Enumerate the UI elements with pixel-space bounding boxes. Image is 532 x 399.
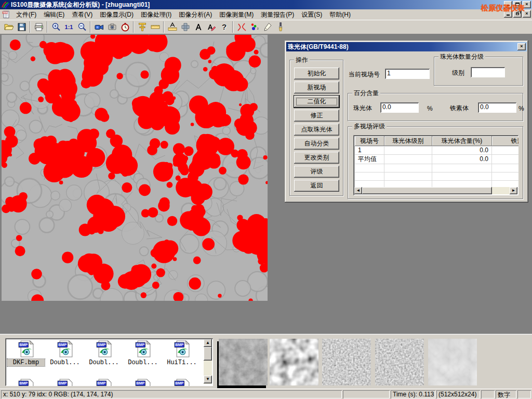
bmp-file-icon: BMP [57,379,74,386]
file-item-partial[interactable]: BMP [163,379,201,386]
actual-size-button[interactable]: 1:1 [62,21,75,33]
col-field-no[interactable]: 视场号 [355,136,384,146]
table-hscrollbar[interactable]: ◄ ► [354,187,517,194]
new-field-button[interactable]: 新视场 [294,82,339,94]
menu-image-processing[interactable]: 图像处理(I) [137,9,175,20]
cell-ferrite[interactable] [492,146,519,154]
file-name[interactable]: Doubl... [46,359,84,366]
menu-help[interactable]: 帮助(H) [326,9,354,20]
cell-pct[interactable]: 0.0 [432,154,492,164]
current-view-input[interactable]: 1 [385,69,430,79]
mdi-close-button[interactable]: × [523,10,531,18]
micrograph-image[interactable] [2,35,268,301]
cell-ferrite[interactable] [492,154,519,164]
caliper-button[interactable] [136,21,149,33]
pen-tool-button[interactable] [261,21,274,33]
vscroll-thumb[interactable] [204,347,212,361]
cell-grade[interactable] [384,154,432,164]
return-button[interactable]: 返回 [294,180,339,192]
scroll-right-icon[interactable]: ► [510,187,517,194]
maximize-button[interactable] [513,1,522,8]
file-list-vscrollbar[interactable]: ▲ ▼ [204,339,212,384]
cell-pct[interactable]: 0.0 [432,146,492,154]
col-ferrite[interactable]: 铁素体 [492,136,519,146]
correct-button[interactable]: 修正 [294,110,339,122]
file-name[interactable]: Doubl... [124,359,162,366]
scroll-up-icon[interactable]: ▲ [204,339,212,347]
minimize-button[interactable] [504,1,512,8]
save-button[interactable] [15,21,28,33]
menu-measure-report[interactable]: 测量报告(P) [257,9,298,20]
table-row[interactable]: 1 0.0 [355,146,519,154]
print-button[interactable] [32,21,45,33]
cell-grade[interactable] [384,146,432,154]
svg-text:BMP: BMP [136,381,144,385]
thumbnail-5[interactable] [428,339,477,385]
file-item-partial[interactable]: BMP [7,379,45,386]
curve-tool-button[interactable] [235,21,248,33]
ruler-button[interactable] [149,21,162,33]
file-item-partial[interactable]: BMP [85,379,123,386]
zoom-out-button[interactable] [75,21,88,33]
pick-pearlite-button[interactable]: 点取珠光体 [294,124,339,136]
annotate-tool-button[interactable] [205,21,218,33]
file-name[interactable]: DKF.bmp [7,359,45,366]
binarize-button[interactable]: 二值化 [294,96,339,108]
file-item-partial[interactable]: BMP [46,379,84,386]
thumbnail-2[interactable] [270,339,318,385]
thumbnail-4[interactable] [375,339,424,385]
vscroll-track[interactable] [204,361,212,376]
classify-tool-button[interactable]: 3 [248,21,261,33]
file-name[interactable]: HuiTi... [163,359,201,366]
table-row[interactable]: 平均值 0.0 [355,154,519,164]
file-item[interactable]: BMP Doubl... [85,340,123,366]
initialize-button[interactable]: 初始化 [294,68,339,79]
file-name[interactable]: Doubl... [85,359,123,366]
thumbnail-image [270,339,318,385]
menu-image-analysis[interactable]: 图像分析(A) [175,9,216,20]
mdi-restore-button[interactable] [513,10,522,18]
cell-field-no[interactable]: 1 [355,146,384,154]
menu-image-display[interactable]: 图像显示(D) [96,9,137,20]
snapshot-button[interactable] [105,21,118,33]
text-tool-button[interactable] [192,21,205,33]
menu-image-measure[interactable]: 图像测量(M) [216,9,257,20]
timer-button[interactable] [118,21,131,33]
change-class-button[interactable]: 更改类别 [294,152,339,164]
cell-field-no[interactable]: 平均值 [355,154,384,164]
zoom-in-button[interactable] [49,21,62,33]
thumbnail-1[interactable] [219,339,268,385]
menu-file[interactable]: 文件(F) [12,9,40,20]
menu-edit[interactable]: 编辑(E) [40,9,68,20]
hscroll-track[interactable] [492,187,510,194]
scroll-left-icon[interactable]: ◄ [354,187,362,194]
grade-input[interactable] [471,67,505,77]
menu-settings[interactable]: 设置(S) [298,9,326,20]
dialog-title-bar[interactable]: 珠光体(GB/T9441-88) × [286,42,527,51]
video-capture-button[interactable] [92,21,105,33]
brush-tool-button[interactable] [274,21,287,33]
measure-text-button[interactable] [166,21,179,33]
menu-view[interactable]: 查看(V) [68,9,96,20]
close-button[interactable]: × [523,1,531,8]
measure-grid-button[interactable] [179,21,192,33]
help-button[interactable]: ? [218,21,231,33]
auto-classify-button[interactable]: 自动分类 [294,138,339,150]
file-item[interactable]: BMP Doubl... [124,340,162,366]
pearlite-percent-input[interactable]: 0.0 [380,102,419,113]
file-item[interactable]: BMP DKF.bmp [7,340,45,366]
col-pearlite-grade[interactable]: 珠光体级别 [384,136,432,146]
rate-button[interactable]: 评级 [294,166,339,178]
ferrite-percent-input[interactable]: 0.0 [478,102,516,113]
file-item[interactable]: BMP HuiTi... [163,340,201,366]
open-button[interactable] [2,21,15,33]
dialog-close-button[interactable]: × [517,43,526,50]
col-pearlite-pct[interactable]: 珠光体含量(%) [432,136,492,146]
thumbnail-3[interactable] [322,339,371,385]
file-item-partial[interactable]: BMP [124,379,162,386]
scroll-down-icon[interactable]: ▼ [204,376,212,383]
file-item[interactable]: BMP Doubl... [46,340,84,366]
mdi-minimize-button[interactable] [504,10,512,18]
hscroll-thumb[interactable] [362,187,492,194]
video-camera-icon [94,22,104,32]
